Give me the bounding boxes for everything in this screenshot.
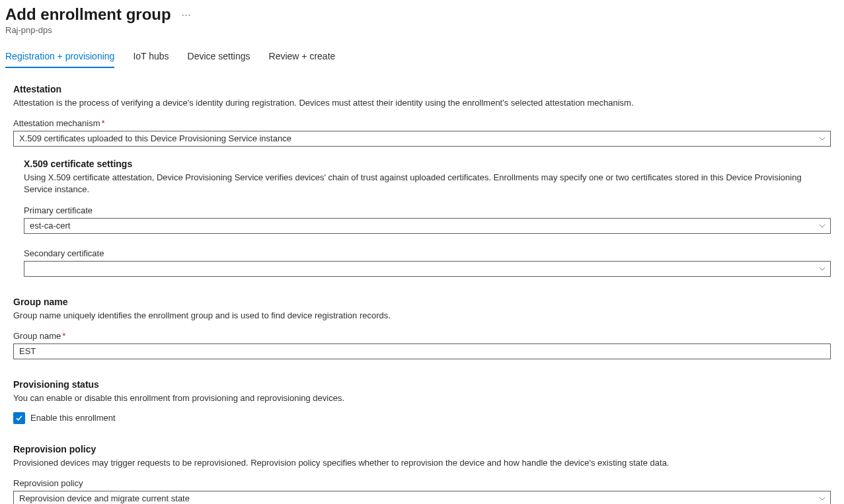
reprovision-policy-select[interactable]: Reprovision device and migrate current s…: [13, 491, 831, 504]
required-indicator: *: [62, 331, 65, 341]
tab-review-create[interactable]: Review + create: [269, 47, 336, 68]
attestation-heading: Attestation: [13, 84, 831, 94]
tab-registration-provisioning[interactable]: Registration + provisioning: [5, 47, 114, 68]
breadcrumb: Raj-pnp-dps: [5, 25, 839, 35]
checkmark-icon: [13, 412, 25, 424]
enable-enrollment-label: Enable this enrollment: [30, 413, 116, 423]
attestation-desc: Attestation is the process of verifying …: [13, 97, 831, 109]
more-actions-button[interactable]: ···: [179, 8, 194, 21]
group-name-desc: Group name uniquely identifies the enrol…: [13, 310, 831, 322]
required-indicator: *: [102, 118, 105, 128]
page-title: Add enrollment group: [5, 5, 171, 24]
secondary-cert-select[interactable]: [24, 261, 831, 277]
group-name-label: Group name*: [13, 331, 831, 341]
secondary-cert-label: Secondary certificate: [24, 248, 831, 258]
reprovision-policy-label: Reprovision policy: [13, 478, 831, 488]
x509-heading: X.509 certificate settings: [24, 159, 831, 169]
provisioning-desc: You can enable or disable this enrollmen…: [13, 392, 831, 404]
tab-device-settings[interactable]: Device settings: [188, 47, 250, 68]
group-name-input[interactable]: [13, 343, 831, 359]
enable-enrollment-checkbox[interactable]: Enable this enrollment: [13, 412, 116, 424]
primary-cert-label: Primary certificate: [24, 205, 831, 215]
primary-cert-select[interactable]: est-ca-cert: [24, 218, 831, 234]
provisioning-heading: Provisioning status: [13, 379, 831, 390]
reprovision-desc: Provisioned devices may trigger requests…: [13, 457, 831, 469]
attestation-mechanism-label: Attestation mechanism*: [13, 118, 831, 128]
group-name-heading: Group name: [13, 297, 831, 307]
attestation-mechanism-select[interactable]: X.509 certificates uploaded to this Devi…: [13, 131, 831, 147]
reprovision-heading: Reprovision policy: [13, 444, 831, 454]
tab-iot-hubs[interactable]: IoT hubs: [133, 47, 169, 68]
x509-desc: Using X.509 certificate attestation, Dev…: [24, 172, 831, 196]
